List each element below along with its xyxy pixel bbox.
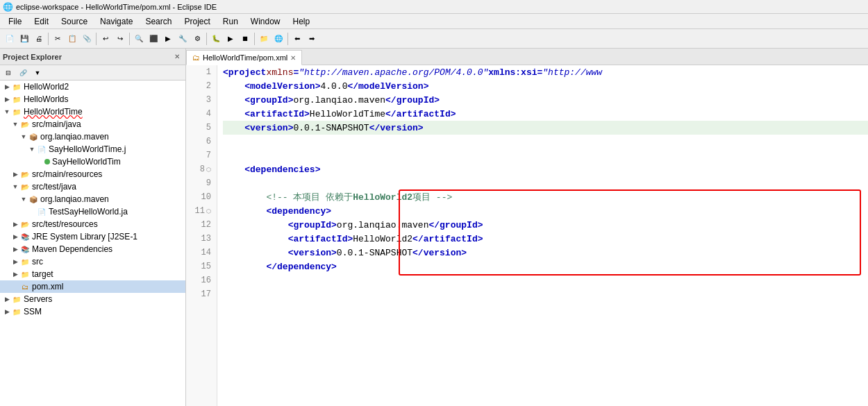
collapse-all-btn[interactable]: ⊟ xyxy=(1,66,15,80)
menu-file[interactable]: File xyxy=(3,15,27,28)
code-span: <groupId> xyxy=(288,220,337,230)
tree-item-org-lanqiao-2[interactable]: ▼ 📦 org.lanqiao.maven xyxy=(0,193,185,205)
toolbar-btn-13[interactable]: ▶ xyxy=(224,32,237,46)
tab-close-btn[interactable]: ✕ xyxy=(290,54,296,62)
expand-arrow[interactable]: ▼ xyxy=(3,108,11,116)
tree-item-servers[interactable]: ▶ 📁 Servers xyxy=(0,293,185,305)
expand-arrow[interactable]: ▼ xyxy=(19,133,28,141)
toolbar-btn-17[interactable]: ⬅ xyxy=(290,32,304,46)
code-span: </dependency> xyxy=(266,262,336,272)
toolbar-btn-15[interactable]: 📁 xyxy=(257,32,271,46)
code-span: <version> xyxy=(244,123,293,133)
toolbar-btn-2[interactable]: 💾 xyxy=(17,32,31,46)
tree-item-src-test-java[interactable]: ▼ 📂 src/test/java xyxy=(0,180,185,193)
expand-arrow[interactable]: ▶ xyxy=(11,270,19,278)
link-editor-btn[interactable]: 🔗 xyxy=(16,66,30,80)
editor-tabs: 🗂 HelloWorldTime/pom.xml ✕ xyxy=(186,49,868,65)
tree-item-src-test-resources[interactable]: ▶ 📂 src/test/resources xyxy=(0,218,185,230)
toolbar-btn-5[interactable]: 📋 xyxy=(65,32,79,46)
code-span xyxy=(223,262,266,272)
panel-menu-btn[interactable]: ▼ xyxy=(31,66,44,80)
menu-search[interactable]: Search xyxy=(140,15,177,28)
code-span: HelloWorld2 xyxy=(353,234,412,244)
expand-arrow[interactable]: ▶ xyxy=(3,295,11,303)
tree-item-target[interactable]: ▶ 📁 target xyxy=(0,268,185,280)
tree-item-helloworld2[interactable]: ▶ 📁 HelloWorld2 xyxy=(0,81,185,93)
toolbar-btn-18[interactable]: ➡ xyxy=(305,32,319,46)
expand-arrow[interactable]: ▶ xyxy=(11,232,19,241)
eclipse-icon: 🌐 xyxy=(3,2,13,12)
src-folder-icon: 📂 xyxy=(19,169,31,180)
tree-item-ssm[interactable]: ▶ 📁 SSM xyxy=(0,305,185,318)
tree-item-src-main-java[interactable]: ▼ 📂 src/main/java xyxy=(0,118,185,130)
toolbar-btn-3[interactable]: 🖨 xyxy=(32,32,46,46)
toolbar-sep-1 xyxy=(48,33,49,45)
code-line-6 xyxy=(223,135,868,149)
tree-item-jre[interactable]: ▶ 📚 JRE System Library [J2SE-1 xyxy=(0,230,185,243)
code-span xyxy=(223,109,244,119)
tree-item-testfile[interactable]: 📄 TestSayHelloWorld.ja xyxy=(0,205,185,218)
editor-content[interactable]: 1 2 3 4 5 6 7 8 9 10 11 12 13 14 15 16 1 xyxy=(186,65,868,406)
menu-window[interactable]: Window xyxy=(245,15,286,28)
toolbar-btn-12[interactable]: 🐛 xyxy=(209,32,223,46)
main-layout: Project Explorer ✕ ⊟ 🔗 ▼ ▶ 📁 HelloWorld2… xyxy=(0,49,868,406)
expand-arrow[interactable]: ▼ xyxy=(11,183,19,191)
toolbar-btn-16[interactable]: 🌐 xyxy=(272,32,285,46)
tree-item-helloworldtime[interactable]: ▼ 📁 HelloWorldTime xyxy=(0,105,185,118)
code-span: <groupId> xyxy=(244,95,293,105)
close-icon[interactable]: ✕ xyxy=(172,51,183,62)
tree-item-src-main-resources[interactable]: ▶ 📂 src/main/resources xyxy=(0,168,185,180)
expand-arrow[interactable]: ▶ xyxy=(3,83,11,91)
folder-icon: 📁 xyxy=(19,256,31,267)
code-line-2: <modelVersion> 4.0.0 </modelVersion> xyxy=(223,79,868,93)
menu-edit[interactable]: Edit xyxy=(28,15,54,28)
toolbar-btn-6[interactable]: 📎 xyxy=(80,32,94,46)
tree-item-maven-deps[interactable]: ▶ 📚 Maven Dependencies xyxy=(0,243,185,255)
tree-item-sayhelloworldtime-j[interactable]: ▼ 📄 SayHelloWorldTime.j xyxy=(0,143,185,155)
toolbar-btn-11[interactable]: ⚙ xyxy=(190,32,204,46)
tree-item-pom-xml[interactable]: 🗂 pom.xml xyxy=(0,280,185,293)
code-area[interactable]: <project xmlns = "http://maven.apache.or… xyxy=(217,65,868,406)
java-file-icon: 📄 xyxy=(36,144,47,155)
menu-project[interactable]: Project xyxy=(178,15,215,28)
menu-help[interactable]: Help xyxy=(287,15,316,28)
expand-arrow[interactable]: ▶ xyxy=(11,170,19,178)
toolbar-btn-9[interactable]: ▶ xyxy=(161,32,175,46)
editor-tab-pom[interactable]: 🗂 HelloWorldTime/pom.xml ✕ xyxy=(186,50,302,65)
tree-item-src-folder[interactable]: ▶ 📁 src xyxy=(0,255,185,268)
src-folder-icon: 📂 xyxy=(19,119,31,130)
expand-arrow[interactable]: ▼ xyxy=(19,195,28,203)
item-label: target xyxy=(32,269,53,279)
toolbar-btn-7[interactable]: 🔍 xyxy=(132,32,146,46)
tree-container[interactable]: ▶ 📁 HelloWorld2 ▶ 📁 HelloWorlds ▼ 📁 Hell… xyxy=(0,81,185,406)
menu-navigate[interactable]: Navigate xyxy=(94,15,138,28)
line-num-11: 11 xyxy=(186,204,217,218)
expand-arrow[interactable]: ▼ xyxy=(11,120,19,128)
expand-arrow[interactable]: ▶ xyxy=(3,95,11,103)
tree-item-helloworlds[interactable]: ▶ 📁 HelloWorlds xyxy=(0,93,185,105)
tree-item-org-lanqiao-1[interactable]: ▼ 📦 org.lanqiao.maven xyxy=(0,130,185,143)
expand-arrow[interactable]: ▶ xyxy=(11,257,19,266)
expand-arrow[interactable]: ▼ xyxy=(28,145,36,153)
code-span: 0.0.1-SNAPSHOT xyxy=(293,123,369,133)
code-line-3: <groupId> org.lanqiao.maven </groupId> xyxy=(223,93,868,107)
package-icon: 📦 xyxy=(28,131,39,142)
toolbar-btn-4[interactable]: ✂ xyxy=(51,32,65,46)
toolbar-undo-btn[interactable]: ↩ xyxy=(99,32,112,46)
tree-item-sayhelloworldtim-class[interactable]: SayHelloWorldTim xyxy=(0,155,185,168)
expand-arrow[interactable]: ▶ xyxy=(11,220,19,228)
expand-arrow[interactable]: ▶ xyxy=(11,245,19,253)
menu-run[interactable]: Run xyxy=(217,15,244,28)
code-span: <artifactId> xyxy=(244,109,310,119)
toolbar-btn-10[interactable]: 🔧 xyxy=(176,32,190,46)
menu-source[interactable]: Source xyxy=(56,15,93,28)
toolbar-btn-8[interactable]: ⬛ xyxy=(147,32,160,46)
toolbar-redo-btn[interactable]: ↪ xyxy=(113,32,127,46)
toolbar-new-btn[interactable]: 📄 xyxy=(3,32,17,46)
toolbar-btn-14[interactable]: ⏹ xyxy=(238,32,252,46)
expand-arrow[interactable]: ▶ xyxy=(3,307,11,316)
code-span xyxy=(223,206,266,217)
code-span: <modelVersion> xyxy=(244,81,320,92)
code-span: "http://maven.apache.org/POM/4.0.0" xyxy=(299,67,488,78)
project-explorer-panel: Project Explorer ✕ ⊟ 🔗 ▼ ▶ 📁 HelloWorld2… xyxy=(0,49,186,406)
